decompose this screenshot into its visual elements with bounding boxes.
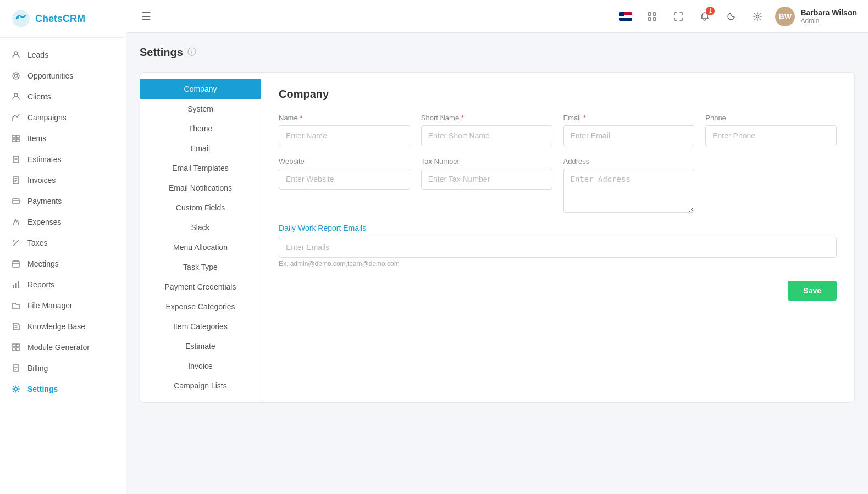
sidebar-item-settings[interactable]: Settings bbox=[0, 379, 126, 399]
dark-mode-button[interactable] bbox=[722, 8, 740, 25]
menu-toggle-button[interactable]: ☰ bbox=[137, 8, 155, 25]
svg-rect-23 bbox=[648, 13, 651, 15]
settings-nav-email-templates[interactable]: Email Templates bbox=[140, 158, 261, 178]
user-name: Barbara Wilson bbox=[800, 8, 857, 17]
settings-nav-menu-allocation[interactable]: Menu Allocation bbox=[140, 237, 261, 257]
svg-point-5 bbox=[14, 93, 18, 97]
form-row-1: Name * Short Name * Email * bbox=[279, 114, 837, 146]
input-tax-number[interactable] bbox=[421, 169, 552, 190]
daily-report-label: Daily Work Report Emails bbox=[279, 224, 837, 232]
form-group-name: Name * bbox=[279, 114, 410, 146]
hamburger-icon: ☰ bbox=[141, 10, 151, 23]
settings-nav-task-type[interactable]: Task Type bbox=[140, 257, 261, 277]
svg-point-3 bbox=[14, 74, 18, 77]
taxes-icon bbox=[11, 238, 21, 248]
apps-button[interactable] bbox=[643, 8, 661, 25]
invoices-icon bbox=[11, 175, 21, 185]
svg-point-22 bbox=[15, 388, 18, 391]
input-name[interactable] bbox=[279, 125, 410, 146]
settings-nav-email[interactable]: Email bbox=[140, 138, 261, 158]
user-info: Barbara Wilson Admin bbox=[800, 8, 857, 25]
settings-nav-slack[interactable]: Slack bbox=[140, 218, 261, 237]
label-address: Address bbox=[563, 157, 695, 165]
sidebar-item-invoices[interactable]: Invoices bbox=[0, 170, 126, 191]
apps-icon bbox=[647, 12, 657, 21]
flag-button[interactable] bbox=[617, 8, 634, 25]
settings-nav-item-categories[interactable]: Item Categories bbox=[140, 317, 261, 336]
sidebar-label-opportunities: Opportunities bbox=[27, 71, 73, 80]
svg-rect-6 bbox=[13, 135, 15, 138]
label-tax-number: Tax Number bbox=[421, 157, 552, 165]
sidebar-item-campaigns[interactable]: Campaigns bbox=[0, 107, 126, 128]
form-group-phone: Phone bbox=[705, 114, 837, 146]
sidebar-label-module-generator: Module Generator bbox=[27, 343, 90, 352]
form-group-address: Address bbox=[563, 157, 695, 213]
svg-point-2 bbox=[14, 52, 18, 55]
settings-gear-button[interactable] bbox=[749, 8, 766, 25]
input-address[interactable] bbox=[563, 169, 695, 213]
settings-nav-theme[interactable]: Theme bbox=[140, 119, 261, 138]
gear-icon bbox=[753, 12, 762, 21]
svg-rect-10 bbox=[13, 156, 19, 163]
info-icon[interactable]: ⓘ bbox=[187, 47, 196, 58]
input-short-name[interactable] bbox=[421, 125, 552, 146]
notifications-button[interactable]: 1 bbox=[696, 8, 714, 25]
settings-nav-company[interactable]: Company bbox=[140, 79, 261, 99]
settings-nav-system[interactable]: System bbox=[140, 99, 261, 119]
sidebar-item-reports[interactable]: Reports bbox=[0, 274, 126, 295]
meetings-icon bbox=[11, 259, 21, 269]
sidebar-item-opportunities[interactable]: Opportunities bbox=[0, 65, 126, 86]
sidebar-item-knowledge-base[interactable]: Knowledge Base bbox=[0, 316, 126, 337]
input-phone[interactable] bbox=[705, 125, 837, 146]
settings-nav-campaign-lists[interactable]: Campaign Lists bbox=[140, 376, 261, 396]
settings-nav-invoice[interactable]: Invoice bbox=[140, 356, 261, 376]
svg-rect-7 bbox=[16, 135, 19, 138]
notification-badge: 1 bbox=[706, 7, 715, 15]
svg-rect-8 bbox=[13, 139, 15, 142]
label-name: Name * bbox=[279, 114, 410, 122]
sidebar-item-estimates[interactable]: Estimates bbox=[0, 149, 126, 170]
sidebar-item-meetings[interactable]: Meetings bbox=[0, 253, 126, 274]
leads-icon bbox=[11, 50, 21, 60]
sidebar-item-expenses[interactable]: Expenses bbox=[0, 212, 126, 232]
module-generator-icon bbox=[11, 342, 21, 352]
form-group-short-name: Short Name * bbox=[421, 114, 552, 146]
sidebar-item-items[interactable]: Items bbox=[0, 128, 126, 149]
logo-icon bbox=[11, 9, 31, 29]
input-website[interactable] bbox=[279, 169, 410, 190]
sidebar-item-clients[interactable]: Clients bbox=[0, 86, 126, 107]
sidebar-item-billing[interactable]: Billing bbox=[0, 358, 126, 379]
svg-rect-25 bbox=[648, 18, 651, 20]
sidebar-item-payments[interactable]: Payments bbox=[0, 191, 126, 212]
main: ☰ bbox=[126, 0, 868, 494]
sidebar-label-taxes: Taxes bbox=[27, 238, 48, 247]
user-profile[interactable]: BW Barbara Wilson Admin bbox=[775, 7, 857, 26]
input-email[interactable] bbox=[563, 125, 695, 146]
sidebar-label-meetings: Meetings bbox=[27, 259, 59, 268]
settings-nav-email-notifications[interactable]: Email Notifications bbox=[140, 178, 261, 198]
svg-rect-15 bbox=[15, 283, 17, 288]
sidebar-item-taxes[interactable]: Taxes bbox=[0, 232, 126, 253]
sidebar-item-module-generator[interactable]: Module Generator bbox=[0, 337, 126, 358]
settings-nav-custom-fields[interactable]: Custom Fields bbox=[140, 198, 261, 218]
svg-point-27 bbox=[756, 15, 759, 18]
form-group-tax-number: Tax Number bbox=[421, 157, 552, 213]
sidebar-item-file-manager[interactable]: File Manager bbox=[0, 295, 126, 316]
label-phone: Phone bbox=[705, 114, 837, 122]
sidebar-label-settings: Settings bbox=[27, 385, 58, 393]
estimates-icon bbox=[11, 154, 21, 164]
settings-nav-expense-categories[interactable]: Expense Categories bbox=[140, 297, 261, 317]
logo-text: ChetsCRM bbox=[35, 13, 85, 25]
settings-nav-payment-credentials[interactable]: Payment Credentials bbox=[140, 277, 261, 297]
label-website: Website bbox=[279, 157, 410, 165]
sidebar-item-leads[interactable]: Leads bbox=[0, 45, 126, 65]
settings-nav-estimate[interactable]: Estimate bbox=[140, 336, 261, 356]
svg-rect-14 bbox=[13, 285, 14, 288]
fullscreen-button[interactable] bbox=[670, 8, 687, 25]
svg-rect-18 bbox=[16, 344, 19, 347]
input-daily-emails[interactable] bbox=[279, 237, 837, 258]
svg-rect-26 bbox=[653, 18, 656, 20]
save-button[interactable]: Save bbox=[788, 281, 837, 301]
form-group-email: Email * bbox=[563, 114, 695, 146]
reports-icon bbox=[11, 280, 21, 290]
